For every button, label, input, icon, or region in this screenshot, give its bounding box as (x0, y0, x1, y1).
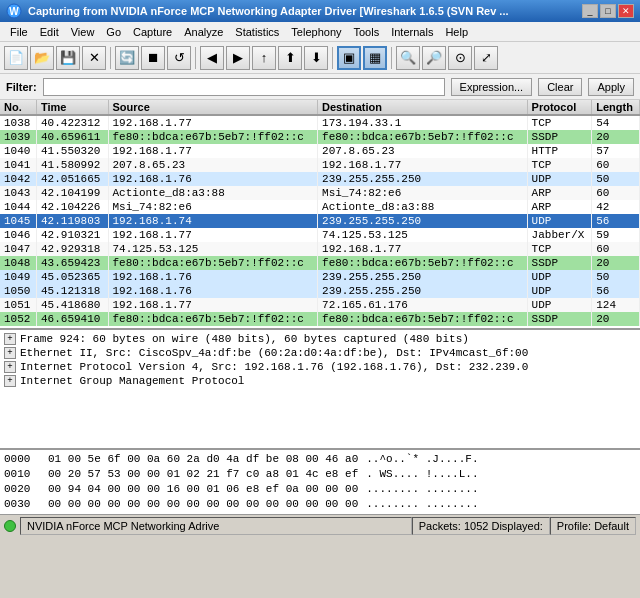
toolbar-stop-btn[interactable]: ⏹ (141, 46, 165, 70)
hex-offset: 0000 (4, 452, 40, 467)
table-row[interactable]: 104342.104199Actionte_d8:a3:88Msi_74:82:… (0, 186, 640, 200)
clear-button[interactable]: Clear (538, 78, 582, 96)
toolbar-sep4 (391, 47, 392, 69)
packet-table: No. Time Source Destination Protocol Len… (0, 100, 640, 326)
col-source[interactable]: Source (108, 100, 318, 115)
table-row[interactable]: 104843.659423fe80::bdca:e67b:5eb7:!ff02:… (0, 256, 640, 270)
toolbar-sep1 (110, 47, 111, 69)
close-button[interactable]: ✕ (618, 4, 634, 18)
table-row[interactable]: 103940.659611fe80::bdca:e67b:5eb7:!ff02:… (0, 130, 640, 144)
toolbar-top-btn[interactable]: ⬆ (278, 46, 302, 70)
hex-line: 003000 00 00 00 00 00 00 00 00 00 00 00 … (4, 497, 636, 512)
table-row[interactable]: 105045.121318192.168.1.76239.255.255.250… (0, 284, 640, 298)
app-icon: W (6, 3, 22, 19)
detail-frame[interactable]: + Frame 924: 60 bytes on wire (480 bits)… (2, 332, 638, 346)
hex-bytes: 00 20 57 53 00 00 01 02 21 f7 c0 a8 01 4… (48, 467, 358, 482)
menu-internals[interactable]: Internals (385, 24, 439, 40)
col-length[interactable]: Length (592, 100, 640, 115)
status-adapter: NVIDIA nForce MCP Networking Adrive (20, 517, 412, 535)
menu-bar: File Edit View Go Capture Analyze Statis… (0, 22, 640, 42)
table-row[interactable]: 104141.580992207.8.65.23192.168.1.77TCP6… (0, 158, 640, 172)
menu-help[interactable]: Help (439, 24, 474, 40)
table-row[interactable]: 103840.422312192.168.1.77173.194.33.1TCP… (0, 115, 640, 130)
toolbar-capture2-btn[interactable]: ▦ (363, 46, 387, 70)
expand-icon-4[interactable]: + (4, 375, 16, 387)
hex-line: 001000 20 57 53 00 00 01 02 21 f7 c0 a8 … (4, 467, 636, 482)
hex-dump: 000001 00 5e 6f 00 0a 60 2a d0 4a df be … (0, 450, 640, 514)
toolbar-zoom-reset-btn[interactable]: ⊙ (448, 46, 472, 70)
hex-line: 000001 00 5e 6f 00 0a 60 2a d0 4a df be … (4, 452, 636, 467)
toolbar-go-back-btn[interactable]: ◀ (200, 46, 224, 70)
apply-button[interactable]: Apply (588, 78, 634, 96)
toolbar-new-btn[interactable]: 📄 (4, 46, 28, 70)
col-destination[interactable]: Destination (318, 100, 528, 115)
hex-bytes: 01 00 5e 6f 00 0a 60 2a d0 4a df be 08 0… (48, 452, 358, 467)
toolbar-bottom-btn[interactable]: ⬇ (304, 46, 328, 70)
detail-ethernet[interactable]: + Ethernet II, Src: CiscoSpv_4a:df:be (6… (2, 346, 638, 360)
table-row[interactable]: 104642.910321192.168.1.7774.125.53.125Ja… (0, 228, 640, 242)
col-protocol[interactable]: Protocol (527, 100, 592, 115)
status-profile: Profile: Default (550, 517, 636, 535)
menu-edit[interactable]: Edit (34, 24, 65, 40)
hex-offset: 0020 (4, 482, 40, 497)
toolbar-open-btn[interactable]: 📂 (30, 46, 54, 70)
table-row[interactable]: 104242.051665192.168.1.76239.255.255.250… (0, 172, 640, 186)
hex-line: 002000 94 04 00 00 00 16 00 01 06 e8 ef … (4, 482, 636, 497)
toolbar-goto-btn[interactable]: ↑ (252, 46, 276, 70)
detail-ethernet-text: Ethernet II, Src: CiscoSpv_4a:df:be (60:… (20, 347, 528, 359)
expand-icon-3[interactable]: + (4, 361, 16, 373)
expand-icon-2[interactable]: + (4, 347, 16, 359)
filter-input[interactable] (43, 78, 445, 96)
menu-file[interactable]: File (4, 24, 34, 40)
toolbar-zoom-in-btn[interactable]: 🔍 (396, 46, 420, 70)
packet-detail: + Frame 924: 60 bytes on wire (480 bits)… (0, 330, 640, 450)
menu-statistics[interactable]: Statistics (229, 24, 285, 40)
menu-telephony[interactable]: Telephony (285, 24, 347, 40)
table-row[interactable]: 104742.92931874.125.53.125192.168.1.77TC… (0, 242, 640, 256)
detail-igmp[interactable]: + Internet Group Management Protocol (2, 374, 638, 388)
hex-bytes: 00 94 04 00 00 00 16 00 01 06 e8 ef 0a 0… (48, 482, 358, 497)
menu-view[interactable]: View (65, 24, 101, 40)
table-row[interactable]: 104041.550320192.168.1.77207.8.65.23HTTP… (0, 144, 640, 158)
menu-analyze[interactable]: Analyze (178, 24, 229, 40)
expand-icon-1[interactable]: + (4, 333, 16, 345)
maximize-button[interactable]: □ (600, 4, 616, 18)
expression-button[interactable]: Expression... (451, 78, 533, 96)
title-text: Capturing from NVIDIA nForce MCP Network… (28, 5, 509, 17)
status-bar: NVIDIA nForce MCP Networking Adrive Pack… (0, 514, 640, 536)
detail-ip[interactable]: + Internet Protocol Version 4, Src: 192.… (2, 360, 638, 374)
table-row[interactable]: 104542.119803192.168.1.74239.255.255.250… (0, 214, 640, 228)
menu-capture[interactable]: Capture (127, 24, 178, 40)
hex-ascii: ........ ........ (366, 497, 478, 512)
toolbar-expand-btn[interactable]: ⤢ (474, 46, 498, 70)
toolbar-zoom-out-btn[interactable]: 🔎 (422, 46, 446, 70)
detail-frame-text: Frame 924: 60 bytes on wire (480 bits), … (20, 333, 469, 345)
toolbar-restart-btn[interactable]: ↺ (167, 46, 191, 70)
col-no[interactable]: No. (0, 100, 36, 115)
filter-label: Filter: (6, 81, 37, 93)
toolbar: 📄 📂 💾 ✕ 🔄 ⏹ ↺ ◀ ▶ ↑ ⬆ ⬇ ▣ ▦ 🔍 🔎 ⊙ ⤢ (0, 42, 640, 74)
table-row[interactable]: 104442.104226Msi_74:82:e6Actionte_d8:a3:… (0, 200, 640, 214)
hex-offset: 0030 (4, 497, 40, 512)
menu-go[interactable]: Go (100, 24, 127, 40)
capture-indicator (4, 520, 16, 532)
hex-ascii: ..^o..`* .J....F. (366, 452, 478, 467)
toolbar-capture-btn[interactable]: ▣ (337, 46, 361, 70)
detail-igmp-text: Internet Group Management Protocol (20, 375, 244, 387)
toolbar-save-btn[interactable]: 💾 (56, 46, 80, 70)
hex-bytes: 00 00 00 00 00 00 00 00 00 00 00 00 00 0… (48, 497, 358, 512)
table-row[interactable]: 105246.659410fe80::bdca:e67b:5eb7:!ff02:… (0, 312, 640, 326)
filter-bar: Filter: Expression... Clear Apply (0, 74, 640, 100)
menu-tools[interactable]: Tools (348, 24, 386, 40)
toolbar-go-fwd-btn[interactable]: ▶ (226, 46, 250, 70)
toolbar-close-btn[interactable]: ✕ (82, 46, 106, 70)
toolbar-sep2 (195, 47, 196, 69)
svg-text:W: W (9, 6, 19, 17)
minimize-button[interactable]: _ (582, 4, 598, 18)
hex-ascii: . WS.... !....L.. (366, 467, 478, 482)
toolbar-reload-btn[interactable]: 🔄 (115, 46, 139, 70)
table-row[interactable]: 104945.052365192.168.1.76239.255.255.250… (0, 270, 640, 284)
col-time[interactable]: Time (36, 100, 108, 115)
window-controls[interactable]: _ □ ✕ (582, 4, 634, 18)
table-row[interactable]: 105145.418680192.168.1.7772.165.61.176UD… (0, 298, 640, 312)
